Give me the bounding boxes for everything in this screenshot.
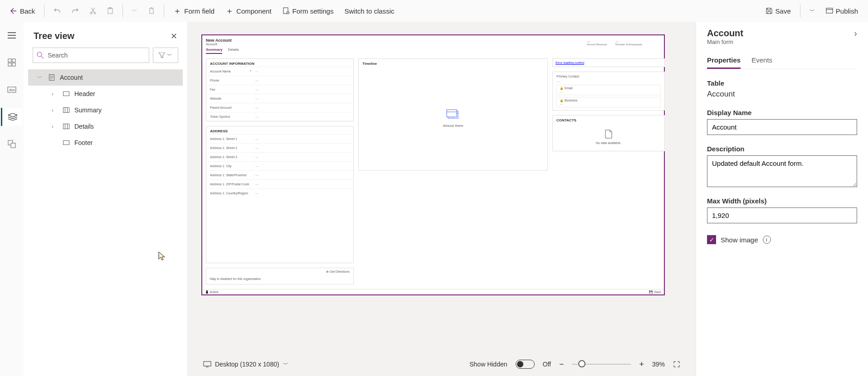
fit-icon bbox=[673, 361, 680, 368]
canvas-status-bar: Desktop (1920 x 1080) ﹀ Show Hidden Off … bbox=[201, 352, 682, 376]
save-button[interactable]: Save bbox=[761, 5, 795, 18]
trash-icon bbox=[148, 7, 155, 14]
collapse-props-button[interactable]: › bbox=[854, 28, 857, 39]
form-field[interactable]: Phone--- bbox=[206, 76, 353, 85]
display-name-input[interactable] bbox=[707, 119, 857, 135]
form-field[interactable]: Address 1: State/Province--- bbox=[206, 170, 353, 179]
max-width-input[interactable] bbox=[707, 207, 857, 223]
redo-button[interactable] bbox=[67, 5, 83, 17]
svg-rect-6 bbox=[826, 8, 833, 13]
cut-button[interactable] bbox=[85, 5, 101, 17]
form-field[interactable]: Website--- bbox=[206, 94, 353, 103]
tree-list: ﹀ Account › Header › Summary › Details bbox=[28, 67, 183, 153]
close-tree-button[interactable]: ✕ bbox=[171, 31, 177, 41]
section-icon bbox=[63, 91, 70, 97]
layers-icon bbox=[8, 113, 17, 121]
section-timeline[interactable]: Timeline Almost there bbox=[358, 58, 548, 171]
form-field[interactable]: Address 1: Country/Region--- bbox=[206, 188, 353, 198]
grid-icon bbox=[8, 58, 16, 67]
search-icon bbox=[37, 52, 44, 59]
tree-filter-button[interactable]: ﹀ bbox=[153, 48, 178, 63]
prop-tab-events[interactable]: Events bbox=[751, 53, 772, 69]
preview-tab-details[interactable]: Details bbox=[228, 48, 239, 54]
svg-rect-8 bbox=[12, 59, 15, 62]
tree-item-label: Account bbox=[60, 74, 83, 81]
section-assistant[interactable]: Error loading control bbox=[552, 58, 665, 67]
publish-button[interactable]: Publish bbox=[821, 5, 863, 18]
add-component-button[interactable]: ＋ Component bbox=[221, 3, 276, 19]
redo-icon bbox=[72, 7, 79, 14]
cut-icon bbox=[90, 7, 96, 14]
max-width-label: Max Width (pixels) bbox=[707, 197, 857, 205]
svg-rect-19 bbox=[63, 124, 69, 129]
zoom-out-button[interactable]: − bbox=[559, 360, 564, 369]
lock-icon: 🔒 bbox=[560, 87, 564, 90]
tree-item-details[interactable]: › Details bbox=[28, 118, 183, 135]
form-field[interactable]: Address 1: Street 3--- bbox=[206, 152, 353, 161]
table-label: Table bbox=[707, 79, 857, 87]
rail-embed-button[interactable] bbox=[1, 135, 23, 153]
tree-item-label: Summary bbox=[74, 106, 102, 114]
section-map[interactable]: ⊕ Get Directions Map is disabled for thi… bbox=[206, 268, 354, 284]
hamburger-button[interactable] bbox=[1, 26, 23, 44]
zoom-in-button[interactable]: + bbox=[639, 360, 644, 369]
svg-rect-14 bbox=[11, 143, 15, 148]
prop-tab-properties[interactable]: Properties bbox=[707, 53, 741, 69]
back-button[interactable]: Back bbox=[5, 5, 39, 18]
rail-tree-button[interactable] bbox=[1, 108, 23, 126]
tree-item-label: Header bbox=[74, 90, 95, 97]
preview-form-subtitle: Account bbox=[206, 43, 232, 46]
toolbar-separator bbox=[164, 5, 164, 17]
tree-item-account[interactable]: ﹀ Account bbox=[28, 69, 183, 86]
form-field-label: Form field bbox=[184, 7, 215, 15]
paste-more-button[interactable]: ﹀ bbox=[127, 5, 142, 18]
form-field[interactable]: Account Name*--- bbox=[206, 67, 353, 76]
switch-classic-button[interactable]: Switch to classic bbox=[340, 5, 399, 18]
left-nav-rail: Abc bbox=[0, 22, 24, 376]
preview-tab-summary[interactable]: Summary bbox=[206, 48, 222, 54]
rail-fields-button[interactable]: Abc bbox=[1, 81, 23, 99]
show-hidden-toggle[interactable] bbox=[516, 360, 535, 369]
chevron-down-icon: ﹀ bbox=[37, 74, 44, 81]
info-icon[interactable]: i bbox=[763, 236, 771, 244]
form-field[interactable]: Address 1: City--- bbox=[206, 161, 353, 170]
delete-button[interactable] bbox=[144, 5, 159, 17]
undo-button[interactable] bbox=[49, 5, 65, 17]
form-settings-icon bbox=[283, 7, 290, 14]
form-field[interactable]: Address 1: ZIP/Postal Code--- bbox=[206, 179, 353, 188]
tree-search-input[interactable]: Search bbox=[33, 48, 149, 63]
device-selector[interactable]: Desktop (1920 x 1080) ﹀ bbox=[203, 361, 288, 368]
section-account-information[interactable]: ACCOUNT INFORMATION Account Name*---Phon… bbox=[206, 58, 354, 121]
form-field[interactable]: Address 1: Street 2--- bbox=[206, 143, 353, 152]
form-field[interactable]: Ticker Symbol--- bbox=[206, 112, 353, 121]
save-dropdown-button[interactable]: ﹀ bbox=[805, 5, 819, 18]
paste-button[interactable] bbox=[102, 5, 118, 17]
undo-icon bbox=[54, 7, 61, 14]
form-field[interactable]: Address 1: Street 1--- bbox=[206, 134, 353, 143]
paste-icon bbox=[107, 7, 113, 14]
add-form-field-button[interactable]: ＋ Form field bbox=[169, 3, 219, 19]
section-address[interactable]: ADDRESS Address 1: Street 1---Address 1:… bbox=[206, 126, 354, 263]
zoom-slider[interactable] bbox=[572, 364, 631, 365]
description-input[interactable] bbox=[707, 155, 857, 187]
section-primary-contact[interactable]: Primary Contact --- 🔒 Email --- 🔒 Busine… bbox=[552, 72, 665, 111]
form-field[interactable]: Fax--- bbox=[206, 85, 353, 94]
tree-item-footer[interactable]: Footer bbox=[28, 135, 183, 151]
show-image-checkbox[interactable]: ✓ bbox=[707, 235, 716, 244]
tab-icon bbox=[63, 107, 70, 113]
form-field[interactable]: Parent Account--- bbox=[206, 103, 353, 112]
svg-text:Abc: Abc bbox=[9, 88, 15, 92]
form-settings-label: Form settings bbox=[293, 7, 334, 15]
save-icon bbox=[766, 7, 773, 14]
rail-components-button[interactable] bbox=[1, 53, 23, 72]
field-icon: Abc bbox=[7, 87, 16, 93]
zoom-value: 39% bbox=[652, 361, 665, 368]
tree-item-summary[interactable]: › Summary bbox=[28, 102, 183, 118]
section-contacts[interactable]: CONTACTS No data available. bbox=[552, 115, 665, 151]
form-preview[interactable]: New Account Account --- Annual Revenue -… bbox=[201, 34, 665, 295]
form-settings-button[interactable]: Form settings bbox=[278, 5, 338, 18]
fit-to-screen-button[interactable] bbox=[673, 361, 680, 368]
tree-item-label: Details bbox=[74, 123, 94, 130]
embed-icon bbox=[8, 140, 16, 148]
tree-item-header[interactable]: › Header bbox=[28, 86, 183, 102]
